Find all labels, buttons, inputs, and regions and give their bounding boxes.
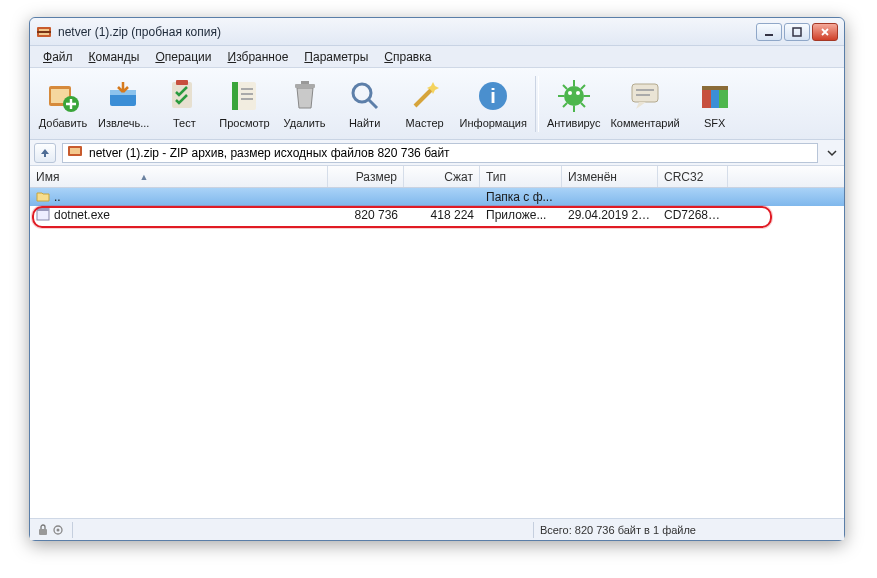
row-crc: CD7268DE — [658, 208, 728, 222]
toolbar-label: Добавить — [39, 117, 88, 129]
comment-icon — [627, 78, 663, 114]
virus-icon — [556, 78, 592, 114]
col-crc[interactable]: CRC32 — [658, 166, 728, 187]
svg-rect-13 — [232, 82, 238, 110]
toolbar-label: Извлечь... — [98, 117, 149, 129]
sfx-icon — [697, 78, 733, 114]
window-controls — [756, 23, 838, 41]
row-type: Папка с ф... — [480, 190, 562, 204]
app-window: netver (1).zip (пробная копия) Файл Кома… — [29, 17, 845, 541]
row-modified: 29.04.2019 22:14 — [562, 208, 658, 222]
info-icon: i — [475, 78, 511, 114]
svg-rect-36 — [37, 208, 49, 211]
extract-button[interactable]: Извлечь... — [94, 70, 153, 138]
toolbar: Добавить Извлечь... Тест Просмотр Удалит… — [30, 68, 844, 140]
titlebar[interactable]: netver (1).zip (пробная копия) — [30, 18, 844, 46]
col-packed[interactable]: Сжат — [404, 166, 480, 187]
delete-button[interactable]: Удалить — [276, 70, 334, 138]
menu-options[interactable]: Параметры — [297, 47, 375, 67]
svg-rect-29 — [702, 90, 711, 108]
comment-button[interactable]: Комментарий — [606, 70, 683, 138]
svg-rect-14 — [241, 88, 253, 90]
path-text: netver (1).zip - ZIP архив, размер исход… — [89, 146, 450, 160]
toolbar-label: Тест — [173, 117, 196, 129]
status-summary: Всего: 820 736 байт в 1 файле — [540, 524, 696, 536]
svg-point-39 — [57, 528, 60, 531]
row-size: 820 736 — [328, 208, 404, 222]
svg-rect-3 — [765, 34, 773, 36]
file-list[interactable]: .. Папка с ф... dotnet.exe 820 736 418 2… — [30, 188, 844, 518]
maximize-button[interactable] — [784, 23, 810, 41]
svg-rect-11 — [176, 80, 188, 85]
view-icon — [226, 78, 262, 114]
test-button[interactable]: Тест — [155, 70, 213, 138]
window-title: netver (1).zip (пробная копия) — [58, 25, 756, 39]
archive-add-icon — [45, 78, 81, 114]
menu-operations[interactable]: Операции — [148, 47, 218, 67]
toolbar-label: Удалить — [284, 117, 326, 129]
svg-rect-4 — [793, 28, 801, 36]
toolbar-label: Комментарий — [610, 117, 679, 129]
test-icon — [166, 78, 202, 114]
menu-favorites[interactable]: Избранное — [221, 47, 296, 67]
svg-rect-16 — [241, 98, 253, 100]
toolbar-separator — [535, 76, 539, 132]
svg-rect-18 — [301, 81, 309, 84]
sfx-button[interactable]: SFX — [686, 70, 744, 138]
wizard-button[interactable]: Мастер — [396, 70, 454, 138]
antivirus-button[interactable]: Антивирус — [543, 70, 604, 138]
minimize-button[interactable] — [756, 23, 782, 41]
exe-icon — [36, 207, 50, 224]
col-size[interactable]: Размер — [328, 166, 404, 187]
search-icon — [347, 78, 383, 114]
col-type[interactable]: Тип — [480, 166, 562, 187]
file-row[interactable]: dotnet.exe 820 736 418 224 Приложе... 29… — [30, 206, 844, 224]
security-status-icon — [38, 524, 66, 536]
svg-rect-10 — [172, 82, 192, 108]
toolbar-label: Просмотр — [219, 117, 269, 129]
toolbar-label: Мастер — [406, 117, 444, 129]
toolbar-label: Найти — [349, 117, 380, 129]
row-name: dotnet.exe — [54, 208, 110, 222]
view-button[interactable]: Просмотр — [215, 70, 273, 138]
svg-rect-34 — [70, 148, 80, 154]
add-button[interactable]: Добавить — [34, 70, 92, 138]
svg-text:i: i — [490, 85, 496, 107]
svg-rect-17 — [295, 84, 315, 88]
toolbar-label: SFX — [704, 117, 725, 129]
col-name[interactable]: Имя ▲ — [30, 166, 328, 187]
svg-rect-27 — [636, 94, 650, 96]
svg-rect-15 — [241, 93, 253, 95]
nav-up-button[interactable] — [34, 143, 56, 163]
column-header: Имя ▲ Размер Сжат Тип Изменён CRC32 — [30, 166, 844, 188]
svg-rect-26 — [636, 89, 654, 91]
menu-commands[interactable]: Команды — [82, 47, 147, 67]
svg-point-23 — [568, 91, 572, 95]
find-button[interactable]: Найти — [336, 70, 394, 138]
path-field[interactable]: netver (1).zip - ZIP архив, размер исход… — [62, 143, 818, 163]
app-icon — [36, 24, 52, 40]
svg-rect-30 — [711, 90, 719, 108]
menu-help[interactable]: Справка — [377, 47, 438, 67]
svg-rect-2 — [37, 31, 51, 33]
svg-rect-31 — [719, 90, 728, 108]
menu-file[interactable]: Файл — [36, 47, 80, 67]
svg-point-24 — [576, 91, 580, 95]
svg-rect-25 — [632, 84, 658, 102]
parent-folder-row[interactable]: .. Папка с ф... — [30, 188, 844, 206]
row-packed: 418 224 — [404, 208, 480, 222]
navbar: netver (1).zip - ZIP архив, размер исход… — [30, 140, 844, 166]
svg-rect-37 — [39, 529, 47, 535]
svg-point-19 — [353, 84, 371, 102]
extract-icon — [106, 78, 142, 114]
toolbar-label: Антивирус — [547, 117, 600, 129]
toolbar-label: Информация — [460, 117, 527, 129]
close-button[interactable] — [812, 23, 838, 41]
path-dropdown[interactable] — [824, 144, 840, 162]
menubar: Файл Команды Операции Избранное Параметр… — [30, 46, 844, 68]
col-modified[interactable]: Изменён — [562, 166, 658, 187]
row-type: Приложе... — [480, 208, 562, 222]
folder-up-icon — [36, 189, 50, 206]
info-button[interactable]: i Информация — [456, 70, 531, 138]
trash-icon — [287, 78, 323, 114]
